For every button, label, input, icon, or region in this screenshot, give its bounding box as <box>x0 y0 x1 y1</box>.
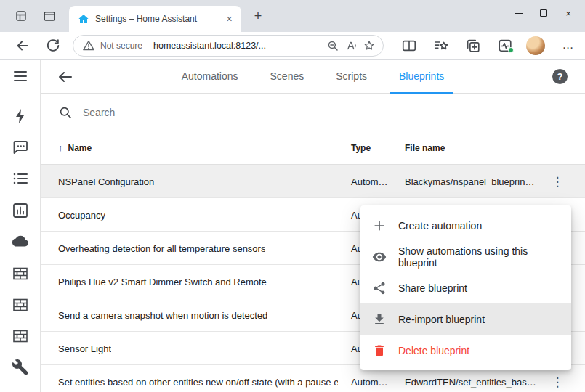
row-type: Autom… <box>351 176 388 187</box>
row-name: Occupancy <box>58 209 105 220</box>
collections-icon[interactable] <box>465 38 481 54</box>
tab-scenes[interactable]: Scenes <box>254 60 320 94</box>
energy-icon[interactable] <box>12 107 29 125</box>
todo-list-icon[interactable] <box>12 170 29 187</box>
browser-essentials-icon[interactable] <box>497 38 513 54</box>
address-bar[interactable]: Not secure homeassistant.local:8123/... <box>73 35 384 57</box>
row-overflow-menu-icon[interactable]: ⋮ <box>550 374 565 389</box>
trash-icon <box>372 343 387 358</box>
browser-tab-strip: Settings – Home Assistant × + × <box>0 0 585 32</box>
menu-item-label: Delete blueprint <box>398 345 469 356</box>
browser-tab[interactable]: Settings – Home Assistant × <box>69 6 241 32</box>
maximize-icon <box>540 9 547 17</box>
assist-chat-icon[interactable] <box>12 139 29 156</box>
menu-item-label: Re-import blueprint <box>398 314 485 325</box>
browser-navbar: Not secure homeassistant.local:8123/... <box>0 32 585 60</box>
row-type: Autom… <box>351 376 388 387</box>
browser-window: Settings – Home Assistant × + × Not secu… <box>0 0 585 392</box>
row-name: NSPanel Configuration <box>58 176 154 187</box>
context-menu: Create automation Show automations using… <box>360 205 571 370</box>
ha-sidebar <box>0 60 41 392</box>
menu-item-label: Show automations using this blueprint <box>398 245 560 269</box>
developer-tools-wrench-icon[interactable] <box>12 359 29 376</box>
devices-brick-icon[interactable] <box>12 265 29 282</box>
history-chart-icon[interactable] <box>12 202 29 219</box>
row-file: Blackymas/nspanel_blueprin… <box>405 176 534 187</box>
search-row <box>41 94 585 131</box>
row-name: Philips Hue v2 Smart Dimmer Switch and R… <box>58 276 267 287</box>
entities-brick-icon[interactable] <box>12 327 29 345</box>
menu-item-reimport-blueprint[interactable]: Re-import blueprint <box>360 303 571 335</box>
tab-title: Settings – Home Assistant <box>95 14 217 24</box>
tab-search-icon[interactable] <box>43 9 56 23</box>
essentials-status-dot <box>508 47 514 53</box>
menu-item-label: Share blueprint <box>398 282 467 294</box>
import-download-icon <box>372 312 387 327</box>
window-controls: × <box>507 3 581 23</box>
row-name: Sensor Light <box>58 343 111 354</box>
close-button[interactable]: × <box>556 3 581 23</box>
omnibox-divider <box>148 40 148 52</box>
cloud-icon[interactable] <box>12 233 29 250</box>
url-text[interactable]: homeassistant.local:8123/... <box>153 41 321 51</box>
column-header-name[interactable]: ↑ Name <box>58 131 92 165</box>
ha-tab-bar: Automations Scenes Scripts Blueprints <box>41 60 585 94</box>
favorite-star-icon[interactable] <box>363 39 376 52</box>
menu-item-share-blueprint[interactable]: Share blueprint <box>360 272 571 303</box>
share-icon <box>372 281 387 295</box>
row-name: Overheating detection for all temperatur… <box>58 242 265 253</box>
column-header-file[interactable]: File name <box>405 131 445 165</box>
new-tab-button[interactable]: + <box>250 8 266 24</box>
table-header: ↑ Name Type File name <box>41 131 585 165</box>
split-screen-icon[interactable] <box>401 38 417 54</box>
profile-avatar[interactable] <box>526 36 545 55</box>
maximize-button[interactable] <box>531 3 556 23</box>
row-file: EdwardTEN/set_entities_bas… <box>405 376 536 387</box>
tab-close-icon[interactable]: × <box>223 13 235 25</box>
row-name: Set entities based on other entities new… <box>58 376 338 387</box>
minimize-icon <box>515 13 523 14</box>
back-icon[interactable] <box>15 38 31 54</box>
zoom-out-icon[interactable] <box>326 39 339 52</box>
plus-icon <box>372 219 387 233</box>
read-aloud-icon[interactable] <box>344 39 358 52</box>
ha-header: Automations Scenes Scripts Blueprints ? <box>41 60 585 94</box>
tab-scripts[interactable]: Scripts <box>320 60 383 94</box>
menu-item-label: Create automation <box>398 220 482 232</box>
search-icon <box>58 105 73 120</box>
eye-icon <box>372 250 387 264</box>
menu-item-show-automations[interactable]: Show automations using this blueprint <box>360 241 571 272</box>
search-input[interactable] <box>83 107 315 118</box>
not-secure-warning-icon <box>82 39 95 52</box>
tab-blueprints[interactable]: Blueprints <box>383 60 460 94</box>
menu-item-create-automation[interactable]: Create automation <box>360 210 571 241</box>
tab-automations[interactable]: Automations <box>166 60 254 94</box>
help-icon[interactable]: ? <box>552 69 568 84</box>
integrations-brick-icon[interactable] <box>12 296 29 314</box>
sort-asc-icon: ↑ <box>58 131 63 165</box>
minimize-button[interactable] <box>507 3 531 23</box>
table-row[interactable]: NSPanel Configuration Autom… Blackymas/n… <box>41 165 585 198</box>
refresh-icon[interactable] <box>45 38 61 54</box>
workspaces-icon[interactable] <box>15 9 28 23</box>
row-overflow-menu-icon[interactable]: ⋮ <box>550 173 565 189</box>
row-name: Send a camera snapshot when motion is de… <box>58 309 267 320</box>
menu-icon[interactable] <box>12 68 29 85</box>
browser-menu-icon[interactable]: … <box>558 35 578 55</box>
column-header-type[interactable]: Type <box>351 131 371 165</box>
home-assistant-favicon <box>78 13 89 25</box>
security-label[interactable]: Not secure <box>100 41 142 51</box>
menu-item-delete-blueprint[interactable]: Delete blueprint <box>360 335 571 366</box>
favorites-hub-icon[interactable] <box>433 38 449 54</box>
